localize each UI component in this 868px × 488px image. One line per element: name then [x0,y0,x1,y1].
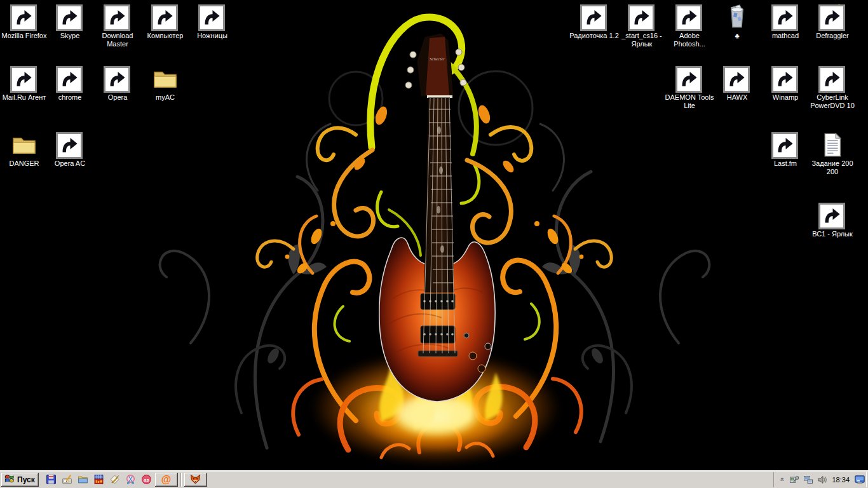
quill-icon [109,474,120,485]
desktop-icon-adobe-photoshop[interactable]: Ps Adobe Photosh... [664,4,715,48]
desktop-icon-label: Download Master [92,32,143,48]
desktop-icon-label: mathcad [760,32,811,40]
quicklaunch-floppy[interactable] [44,472,59,487]
desktop-icon-mathcad[interactable]: M mathcad [760,4,811,40]
folder-icon [152,65,179,92]
text-document-icon [819,132,846,158]
mailru-agent-icon: @ [11,65,37,92]
start-button-label: Пуск [17,475,35,484]
desktop-icon-label: HAWX [712,93,763,102]
desktop-icon-hawx[interactable]: HAWX [712,65,763,102]
lastfm-icon: as [772,132,799,158]
firefox-icon [11,4,37,30]
hide-icons-chevron[interactable]: » [778,476,785,484]
desktop: Schecter [0,0,868,488]
start-button[interactable]: Пуск [1,473,39,487]
guitar-brand-text: Schecter [430,57,445,62]
folder-icon [11,132,37,158]
svg-text:as: as [144,477,149,483]
desktop-icon-label: Skype [44,32,95,40]
desktop-icon-label: Winamp [760,93,811,102]
desktop-icon-label: ВС1 - Ярлык [807,230,858,238]
desktop-icon-danger-folder[interactable]: DANGER [0,132,50,168]
desktop-icon-opera[interactable]: Opera [92,65,143,102]
desktop-icon-label: Задание 200 200 [807,159,858,176]
defraggler-icon [819,4,846,30]
network-icon[interactable] [803,474,813,485]
desktop-icon-mailru-agent[interactable]: @ Mail.Ru Агент [0,65,50,102]
desktop-icon-opera-ac[interactable]: Opera AC [44,132,95,168]
winamp-icon [772,65,799,92]
opera-icon [104,65,131,92]
volume-icon[interactable] [817,474,827,485]
desktop-icon-chrome[interactable]: chrome [44,65,95,102]
lastfm-small-icon: as [141,474,152,485]
quicklaunch-grid-app[interactable] [92,472,107,487]
windows-logo-icon [4,473,15,486]
safely-remove-icon[interactable] [789,474,799,485]
grid-app-icon [93,474,104,485]
desktop-icon-myac-folder[interactable]: myAC [140,65,191,102]
desktop-icon-recycle-bin[interactable]: ♣ [712,4,763,40]
show-desktop-icon [62,474,72,485]
floppy-icon [46,474,57,485]
desktop-icon-skype[interactable]: S Skype [44,4,95,40]
taskbar: Пуск as @ » [0,470,868,488]
desktop-icon-computer[interactable]: Компьютер [140,4,191,40]
desktop-icon-radiotochka[interactable]: Радиоточка 1.2 [569,4,620,40]
desktop-icon-defraggler[interactable]: Defraggler [807,4,858,40]
desktop-icon-winamp[interactable]: Winamp [760,65,811,102]
desktop-icon-label: Adobe Photosh... [664,32,715,48]
taskbar-separator [180,473,182,487]
photoshop-icon: Ps [676,4,703,30]
desktop-icon-label: chrome [44,93,95,102]
desktop-icon-label: _start_cs16 - Ярлык [616,32,667,48]
desktop-icon-label: DAEMON Tools Lite [664,93,715,110]
desktop-icon-snipping-tool[interactable]: Ножницы [187,4,238,40]
recycle-bin-icon [724,4,750,30]
desktop-icon-label: CyberLink PowerDVD 10 [807,93,858,110]
desktop-icon-label: Last.fm [760,159,811,168]
task-button-area: @ [154,473,208,487]
hawx-icon [724,65,750,92]
quick-launch: as [44,472,154,487]
ql-folder-icon [78,474,88,485]
mailru-at-icon: @ [161,474,172,485]
taskbutton-mailru-agent[interactable]: @ [155,473,178,487]
cs16-icon [628,4,655,30]
snip-icon [125,474,136,485]
desktop-icon-start-cs16[interactable]: _start_cs16 - Ярлык [616,4,667,48]
svg-text:@: @ [161,474,172,485]
desktop-icon-label: Ножницы [187,32,238,40]
desktop-icon-label: ♣ [712,32,763,40]
desktop-icon-label: Компьютер [140,32,191,40]
computer-icon [152,4,179,30]
quicklaunch-lastfm[interactable]: as [139,472,154,487]
desktop-icon-label: myAC [140,93,191,102]
scissors-icon [199,4,226,30]
desktop-icon-daemon-tools-lite[interactable]: DAEMON Tools Lite [664,65,715,110]
daemon-tools-icon [676,65,703,92]
mathcad-icon: M [772,4,799,30]
desktop-icon-cyberlink-powerdvd[interactable]: CyberLink PowerDVD 10 [807,65,858,110]
display-icon[interactable] [854,474,865,485]
fox-icon [190,474,201,485]
desktop-icon-mozilla-firefox[interactable]: Mozilla Firefox [0,4,50,40]
desktop-icon-zadanie-200[interactable]: Задание 200 200 [807,132,858,176]
desktop-icon-vc1-shortcut[interactable]: ВС1 - Ярлык [807,202,858,238]
desktop-icon-label: Opera [92,93,143,102]
document-icon [819,202,846,229]
desktop-icon-download-master[interactable]: Download Master [92,4,143,48]
desktop-icon-label: Opera AC [44,159,95,168]
desktop-icon-label: DANGER [0,159,50,168]
desktop-icon-label: Радиоточка 1.2 [569,32,620,40]
desktop-icon-lastfm[interactable]: as Last.fm [760,132,811,168]
quicklaunch-snip-tool[interactable] [123,472,139,487]
quicklaunch-folder[interactable] [76,472,91,487]
tray-clock: 18:34 [831,476,851,484]
radiotochka-icon [581,4,607,30]
quicklaunch-show-desktop[interactable] [60,472,75,487]
taskbutton-fox-app[interactable] [184,473,207,487]
quicklaunch-quill-app[interactable] [107,472,123,487]
system-tray: » [773,472,867,487]
